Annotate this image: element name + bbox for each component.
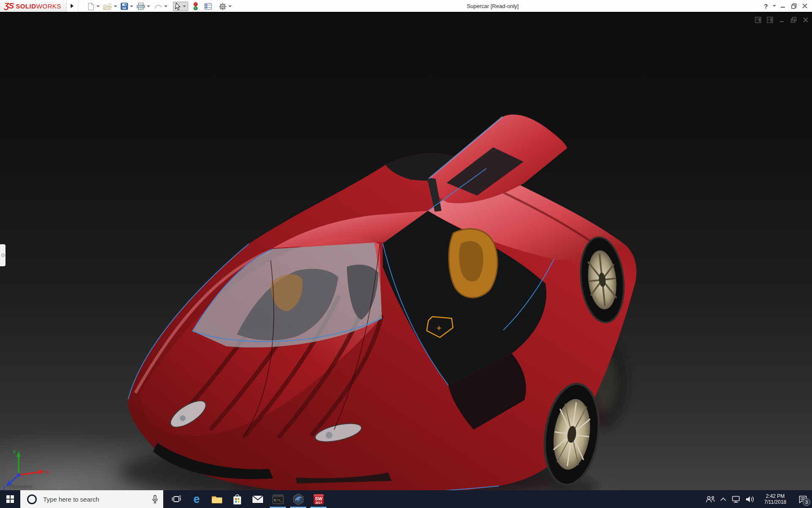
windows-logo-icon — [6, 495, 14, 503]
select-dropdown-caret[interactable] — [183, 6, 186, 7]
y-axis-label: Y — [13, 450, 16, 455]
clock[interactable]: 2:42 PM 7/11/2018 — [757, 493, 793, 505]
document-window-controls — [754, 16, 809, 24]
titlebar: ƷS SOLIDWORKS — [0, 0, 812, 13]
microphone-icon[interactable] — [152, 495, 158, 504]
pane-icon-2 — [767, 17, 774, 23]
task-view-button[interactable] — [166, 490, 187, 508]
rebuild-button[interactable] — [192, 2, 200, 11]
file-explorer-button[interactable] — [207, 490, 227, 508]
open-document-button[interactable] — [102, 3, 118, 10]
sw-year: 2017 — [315, 501, 322, 504]
select-tool-button[interactable] — [173, 2, 188, 11]
close-button[interactable] — [799, 0, 810, 11]
caret-icon — [773, 5, 776, 7]
graphics-viewport: Y X Z *Dimetric — [0, 13, 812, 490]
chevron-up-icon — [720, 497, 726, 501]
save-button[interactable] — [119, 3, 134, 10]
mail-icon — [252, 495, 263, 503]
child-close-icon — [803, 17, 809, 23]
sw-letters: SW — [315, 496, 322, 501]
brand-works: WORKS — [36, 3, 61, 10]
undo-dropdown-caret[interactable] — [164, 6, 167, 7]
ds-logo-mark: ƷS — [4, 1, 14, 11]
file-explorer-icon — [211, 495, 222, 504]
solidworks-logo: ƷS SOLIDWORKS — [0, 0, 67, 12]
speaker-icon — [746, 496, 754, 503]
search-input[interactable] — [42, 495, 152, 503]
z-axis-label: Z — [3, 486, 5, 490]
child-restore-icon — [790, 17, 797, 23]
file-properties-icon — [204, 3, 212, 10]
hexagon-app-button[interactable] — [288, 490, 308, 508]
child-minimize-button[interactable] — [778, 16, 786, 24]
new-dropdown-caret[interactable] — [96, 6, 100, 7]
task-view-icon — [171, 495, 181, 503]
people-button[interactable] — [703, 490, 717, 508]
desktop: ƷS SOLIDWORKS — [0, 0, 812, 508]
cortana-circle-icon — [27, 494, 37, 504]
select-cursor-icon — [175, 3, 181, 10]
tray-overflow-button[interactable] — [717, 490, 729, 508]
file-properties-button[interactable] — [203, 3, 213, 10]
restore-icon — [791, 3, 797, 9]
notification-badge: 3 — [803, 498, 810, 506]
start-button[interactable] — [0, 490, 20, 508]
store-icon — [233, 494, 242, 505]
child-restore-button[interactable] — [790, 16, 798, 24]
model-viewport-canvas[interactable] — [0, 13, 812, 490]
save-dropdown-caret[interactable] — [130, 6, 133, 7]
action-center-button[interactable]: 3 — [793, 490, 812, 508]
people-icon — [705, 496, 715, 503]
print-button[interactable] — [135, 3, 151, 10]
help-dropdown-caret[interactable] — [771, 0, 777, 11]
car-body — [128, 115, 636, 490]
quick-access-toolbar — [86, 0, 234, 12]
options-dropdown-caret[interactable] — [228, 6, 232, 7]
document-title: Supercar [Read-only] — [467, 3, 519, 9]
windows-taskbar: e C:\_ SW2017 — [0, 490, 812, 508]
gear-icon — [219, 3, 227, 11]
menu-flyout-button[interactable] — [67, 0, 78, 12]
feature-pane-toggle[interactable] — [754, 16, 762, 24]
print-dropdown-caret[interactable] — [147, 6, 150, 7]
store-button[interactable] — [227, 490, 247, 508]
solidworks-2017-icon: SW2017 — [313, 494, 324, 505]
edge-button[interactable]: e — [187, 490, 207, 508]
cmd-prompt-text: C:\_ — [274, 498, 282, 502]
taskbar-search[interactable] — [20, 490, 163, 508]
brand-solid: SOLID — [16, 3, 36, 10]
minimize-icon — [780, 3, 785, 8]
child-minimize-icon — [779, 17, 785, 23]
display-pane-toggle[interactable] — [766, 16, 774, 24]
open-dropdown-caret[interactable] — [114, 6, 117, 7]
mail-button[interactable] — [247, 490, 268, 508]
network-button[interactable] — [729, 490, 743, 508]
taskbar-app-icons: e C:\_ SW2017 — [166, 490, 329, 508]
traffic-light-icon — [193, 2, 198, 11]
child-close-button[interactable] — [802, 16, 809, 24]
undo-button[interactable] — [152, 3, 169, 10]
view-orientation-label: *Dimetric — [8, 483, 33, 490]
minimize-button[interactable] — [777, 0, 788, 11]
supercar-model-render — [0, 13, 812, 490]
new-document-button[interactable] — [86, 3, 101, 11]
command-prompt-icon: C:\_ — [272, 494, 284, 504]
new-document-icon — [88, 3, 95, 11]
command-prompt-button[interactable]: C:\_ — [268, 490, 288, 508]
hexagon-app-icon — [293, 493, 304, 505]
clock-time: 2:42 PM — [757, 493, 793, 499]
open-folder-icon — [103, 3, 112, 10]
undo-arrow-icon — [154, 3, 162, 10]
clock-date: 7/11/2018 — [757, 499, 793, 505]
help-button[interactable]: ? — [760, 0, 771, 11]
edge-icon: e — [193, 494, 200, 505]
ethernet-icon — [731, 496, 741, 503]
restore-button[interactable] — [788, 0, 799, 11]
system-tray: 2:42 PM 7/11/2018 3 — [703, 490, 812, 508]
featuremanager-flyout-tab[interactable] — [0, 244, 5, 266]
options-button[interactable] — [217, 3, 233, 11]
solidworks-2017-button[interactable]: SW2017 — [308, 490, 329, 508]
window-controls: ? — [760, 0, 810, 12]
volume-button[interactable] — [743, 490, 757, 508]
